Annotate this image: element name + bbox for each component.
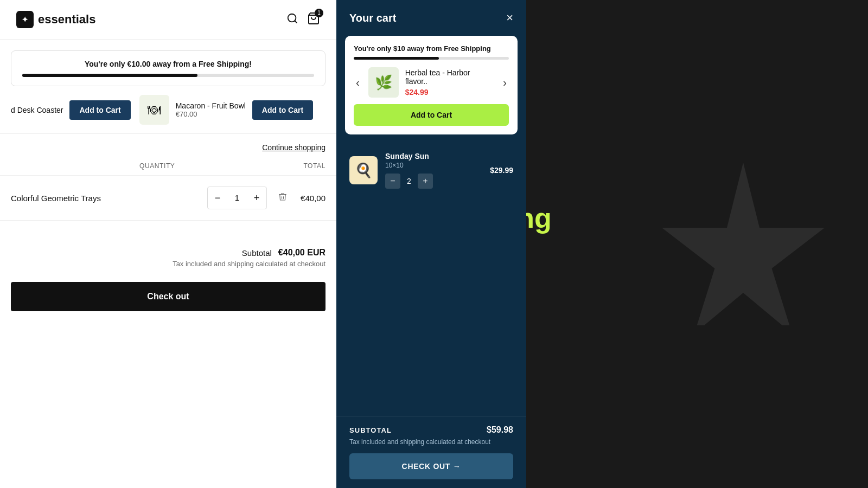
cart-close-button[interactable]: × [506,11,513,25]
upsell-add-to-cart-2[interactable]: Add to Cart [252,100,313,120]
drawer-upsell-product: ‹ 🌿 Herbal tea - Harbor flavor.. $24.99 … [354,67,509,98]
drawer-tax-note: Tax included and shipping calculated at … [349,438,513,446]
search-button[interactable] [286,12,298,27]
drawer-cart-item: 🍳 Sunday Sun 10×10 − 2 + $29.99 [336,143,526,197]
drawer-qty-val: 2 [405,177,413,185]
drawer-progress-fill [354,57,439,60]
drawer-item-price: $29.99 [490,166,513,175]
drawer-product-img: 🌿 [368,67,399,98]
store-logo: ✦ essentials [16,11,95,28]
logo-icon: ✦ [16,11,34,28]
svg-marker-3 [662,163,825,325]
drawer-product-name: Herbal tea - Harbor flavor.. [405,68,495,86]
checkout-button[interactable]: Check out [11,282,326,311]
cart-table-header: QUANTITY TOTAL [0,157,336,176]
cart-drawer-header: Your cart × [336,0,526,36]
drawer-product-price: $24.99 [405,88,495,97]
shipping-progress-fill [22,74,197,77]
svg-line-1 [295,21,297,23]
upsell-row: d Desk Coaster Add to Cart 🍽 Macaron - F… [0,86,336,133]
subtotal-row: Subtotal €40,00 EUR [0,237,336,260]
cart-item-qty-section: − 1 + [207,187,288,209]
upsell-item-2-details: Macaron - Fruit Bowl €70.00 [176,101,246,118]
drawer-upsell-card: You're only $10 away from Free Shipping … [345,36,518,134]
cart-button[interactable]: 1 [307,12,320,28]
subtotal-value: €40,00 EUR [278,248,326,258]
subtotal-section: Subtotal €40,00 EUR Tax included and shi… [0,221,336,317]
qty-controls: − 1 + [207,187,267,209]
drawer-subtotal-value: $59.98 [487,425,513,435]
drawer-checkout-button[interactable]: CHECK OUT → [349,453,513,479]
drawer-shipping-text: You're only $10 away from Free Shipping [354,44,509,53]
qty-increase-btn[interactable]: + [247,187,266,209]
upsell-item-2-name: Macaron - Fruit Bowl [176,101,246,110]
continue-shopping-section: Continue shopping [0,133,336,157]
cart-item-row: Colorful Geometric Trays − 1 + €40,00 [0,176,336,221]
cart-item-total: €40,00 [288,194,326,203]
drawer-qty-increase[interactable]: + [418,174,433,189]
shipping-progress-bar [22,74,314,77]
upsell-item-1: d Desk Coaster Add to Cart [11,100,131,120]
drawer-item-img: 🍳 [349,156,378,184]
cart-count-badge: 1 [315,9,323,17]
continue-shopping-link[interactable]: Continue shopping [262,143,326,152]
subtotal-label: Subtotal [242,248,272,258]
drawer-qty-decrease[interactable]: − [385,174,400,189]
upsell-item-2-img: 🍽 [139,95,169,125]
cart-drawer-title: Your cart [349,12,396,24]
delete-item-btn[interactable] [278,192,288,204]
upsell-item-2-price: €70.00 [176,110,246,118]
free-shipping-banner: You're only €10.00 away from a Free Ship… [11,50,326,86]
header-icons: 1 [286,12,320,28]
drawer-qty-controls: − 2 + [385,174,482,189]
upsell-next-btn[interactable]: › [501,74,509,91]
qty-header: QUANTITY [139,162,175,170]
cart-item-name: Colorful Geometric Trays [11,194,207,203]
tax-note: Tax included and shipping calculated at … [0,260,336,277]
drawer-progress-bar [354,57,509,60]
free-shipping-text: You're only €10.00 away from a Free Ship… [22,60,314,68]
store-header: ✦ essentials 1 [0,0,336,40]
promo-bg-shape [662,163,825,325]
drawer-add-to-cart-btn[interactable]: Add to Cart [354,104,509,126]
upsell-item-1-name: d Desk Coaster [11,106,63,114]
drawer-subtotal-row: SUBTOTAL $59.98 [349,425,513,435]
drawer-item-details: Sunday Sun 10×10 − 2 + [385,152,482,189]
drawer-item-name: Sunday Sun [385,152,482,160]
upsell-item-2: 🍽 Macaron - Fruit Bowl €70.00 Add to Car… [139,95,313,125]
logo-text: essentials [38,12,95,27]
upsell-prev-btn[interactable]: ‹ [354,74,362,91]
drawer-footer: SUBTOTAL $59.98 Tax included and shippin… [336,416,526,488]
drawer-product-info: Herbal tea - Harbor flavor.. $24.99 [405,68,495,97]
cart-drawer: Your cart × You're only $10 away from Fr… [336,0,526,488]
qty-value: 1 [227,194,247,202]
total-header: TOTAL [303,162,326,170]
drawer-subtotal-label: SUBTOTAL [349,426,392,434]
store-panel: ✦ essentials 1 You're only €10.00 away f… [0,0,336,488]
drawer-item-variant: 10×10 [385,162,482,169]
svg-point-0 [288,14,296,22]
qty-decrease-btn[interactable]: − [208,187,227,209]
upsell-add-to-cart-1[interactable]: Add to Cart [69,100,130,120]
